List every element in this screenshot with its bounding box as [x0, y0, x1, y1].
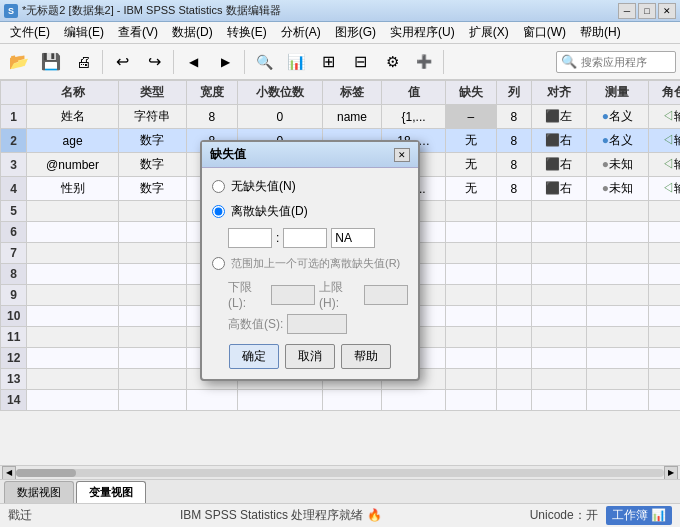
menu-window[interactable]: 窗口(W)	[517, 22, 572, 43]
back-button[interactable]	[178, 48, 208, 76]
status-mode: 工作簿 📊	[606, 506, 672, 525]
dialog-buttons: 确定 取消 帮助	[212, 344, 408, 369]
find-icon	[256, 54, 273, 70]
forward-button[interactable]	[210, 48, 240, 76]
discrete-separator: :	[276, 231, 279, 245]
table-button[interactable]	[313, 48, 343, 76]
upper-input[interactable]	[364, 285, 408, 305]
separator-3	[244, 50, 245, 74]
menu-transform[interactable]: 转换(E)	[221, 22, 273, 43]
status-unicode: Unicode：开	[530, 507, 598, 524]
split-button[interactable]	[345, 48, 375, 76]
add-row-button[interactable]	[409, 48, 439, 76]
menu-file[interactable]: 文件(E)	[4, 22, 56, 43]
status-bar: 戳迁 IBM SPSS Statistics 处理程序就绪 🔥 Unicode：…	[0, 503, 680, 527]
range-inputs-row: 下限(L): 上限(H):	[228, 279, 408, 310]
table-icon	[322, 52, 335, 71]
lower-input[interactable]	[271, 285, 315, 305]
dialog-close-button[interactable]: ✕	[394, 148, 410, 162]
status-center: IBM SPSS Statistics 处理程序就绪 🔥	[40, 507, 522, 524]
range-radio[interactable]	[212, 257, 225, 270]
high-input[interactable]	[287, 314, 347, 334]
search-input[interactable]	[581, 56, 671, 68]
folder-icon	[9, 52, 29, 71]
tab-bar: 数据视图 变量视图	[0, 479, 680, 503]
missing-values-dialog: 缺失值 ✕ 无缺失值(N) 离散缺失值(D)	[200, 140, 420, 381]
save-icon	[41, 52, 61, 71]
status-left: 戳迁	[8, 507, 32, 524]
upper-label: 上限(H):	[319, 279, 360, 310]
cancel-button[interactable]: 取消	[285, 344, 335, 369]
range-section: 范围加上一个可选的离散缺失值(R) 下限(L): 上限(H): 高数值(S):	[212, 256, 408, 334]
menu-data[interactable]: 数据(D)	[166, 22, 219, 43]
high-label: 高数值(S):	[228, 316, 283, 333]
back-icon	[189, 55, 198, 69]
toolbar	[0, 44, 680, 80]
menu-help[interactable]: 帮助(H)	[574, 22, 627, 43]
window-title: *无标题2 [数据集2] - IBM SPSS Statistics 数据编辑器	[22, 3, 281, 18]
separator-2	[173, 50, 174, 74]
dialog-title-text: 缺失值	[210, 146, 246, 163]
high-value-row: 高数值(S):	[228, 314, 408, 334]
menu-analyze[interactable]: 分析(A)	[275, 22, 327, 43]
lower-label: 下限(L):	[228, 279, 267, 310]
discrete-field-1[interactable]	[228, 228, 272, 248]
close-button[interactable]: ✕	[658, 3, 676, 19]
tab-data-view[interactable]: 数据视图	[4, 481, 74, 503]
undo-icon	[116, 52, 129, 71]
redo-icon	[148, 52, 161, 71]
tab-variable-view[interactable]: 变量视图	[76, 481, 146, 503]
discrete-field-3[interactable]	[331, 228, 375, 248]
chart-button[interactable]	[281, 48, 311, 76]
print-icon	[76, 53, 91, 70]
add-row-icon	[416, 54, 432, 69]
discrete-missing-label[interactable]: 离散缺失值(D)	[231, 203, 308, 220]
redo-button[interactable]	[139, 48, 169, 76]
menu-bar: 文件(E) 编辑(E) 查看(V) 数据(D) 转换(E) 分析(A) 图形(G…	[0, 22, 680, 44]
forward-icon	[221, 55, 230, 69]
menu-view[interactable]: 查看(V)	[112, 22, 164, 43]
range-label[interactable]: 范围加上一个可选的离散缺失值(R)	[231, 256, 400, 271]
chart-icon	[287, 53, 306, 71]
dialog-body: 无缺失值(N) 离散缺失值(D) :	[202, 168, 418, 379]
discrete-field-2[interactable]	[283, 228, 327, 248]
dialog-title-bar: 缺失值 ✕	[202, 142, 418, 168]
dialog-overlay: 缺失值 ✕ 无缺失值(N) 离散缺失值(D)	[0, 80, 680, 479]
menu-graphs[interactable]: 图形(G)	[329, 22, 382, 43]
search-box[interactable]	[556, 51, 676, 73]
search-icon	[561, 54, 577, 69]
separator-4	[443, 50, 444, 74]
maximize-button[interactable]: □	[638, 3, 656, 19]
settings-button[interactable]	[377, 48, 407, 76]
discrete-option: 离散缺失值(D)	[212, 203, 408, 220]
no-missing-radio[interactable]	[212, 180, 225, 193]
no-missing-option: 无缺失值(N)	[212, 178, 408, 195]
open-button[interactable]	[4, 48, 34, 76]
find-button[interactable]	[249, 48, 279, 76]
discrete-missing-radio[interactable]	[212, 205, 225, 218]
split-icon	[354, 52, 367, 71]
app-window: S *无标题2 [数据集2] - IBM SPSS Statistics 数据编…	[0, 0, 680, 527]
title-bar: S *无标题2 [数据集2] - IBM SPSS Statistics 数据编…	[0, 0, 680, 22]
undo-button[interactable]	[107, 48, 137, 76]
main-area: 名称 类型 宽度 小数位数 标签 值 缺失 列 对齐 测量 角色	[0, 80, 680, 479]
gear-icon	[386, 53, 399, 71]
help-button[interactable]: 帮助	[341, 344, 391, 369]
menu-edit[interactable]: 编辑(E)	[58, 22, 110, 43]
no-missing-label[interactable]: 无缺失值(N)	[231, 178, 296, 195]
app-icon: S	[4, 4, 18, 18]
ok-button[interactable]: 确定	[229, 344, 279, 369]
discrete-inputs-row: :	[228, 228, 408, 248]
menu-extensions[interactable]: 扩展(X)	[463, 22, 515, 43]
menu-utilities[interactable]: 实用程序(U)	[384, 22, 461, 43]
separator-1	[102, 50, 103, 74]
save-button[interactable]	[36, 48, 66, 76]
minimize-button[interactable]: ─	[618, 3, 636, 19]
print-button[interactable]	[68, 48, 98, 76]
range-option: 范围加上一个可选的离散缺失值(R)	[212, 256, 408, 271]
